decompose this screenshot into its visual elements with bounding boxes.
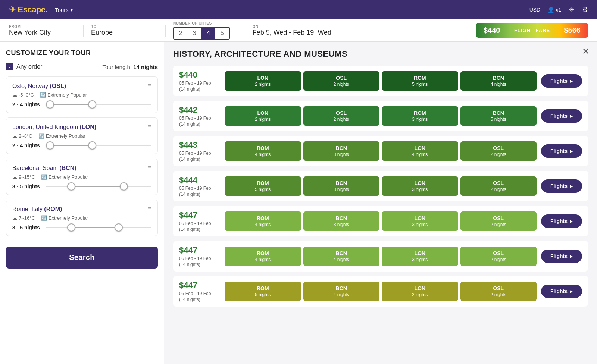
result-price-col: $440 05 Feb - 19 Feb (14 nights) xyxy=(179,70,220,92)
user-count[interactable]: 👤 x1 xyxy=(548,7,561,13)
right-panel: ✕ HISTORY, ARCHITECTURE AND MUSEUMS $440… xyxy=(164,42,597,364)
tag-nights: 5 nights xyxy=(385,82,455,87)
flights-button[interactable]: Flights xyxy=(541,74,582,88)
city-tag: ROM 4 nights xyxy=(225,211,301,231)
search-button[interactable]: Search xyxy=(6,247,158,269)
result-price: $442 xyxy=(179,105,220,115)
city-tag: ROM 5 nights xyxy=(225,282,301,301)
result-price: $443 xyxy=(179,140,220,150)
city-code: (LON) xyxy=(80,124,96,130)
result-price: $447 xyxy=(179,245,220,255)
slider-thumb-left[interactable] xyxy=(46,100,54,109)
tag-nights: 4 nights xyxy=(463,82,534,87)
currency-selector[interactable]: USD xyxy=(529,7,541,13)
fire-icon: 🔄 xyxy=(38,133,44,139)
tag-nights: 3 nights xyxy=(385,117,455,122)
panel-header: CUSTOMIZE YOUR TOUR xyxy=(6,49,158,57)
nights-slider[interactable] xyxy=(46,227,151,228)
result-row: $447 05 Feb - 19 Feb (14 nights) ROM 4 n… xyxy=(173,241,588,272)
nav-left: ✈ Escape. Tours ▾ xyxy=(9,5,73,15)
slider-thumb-right[interactable] xyxy=(115,223,123,232)
result-duration: (14 nights) xyxy=(179,157,220,162)
result-duration: (14 nights) xyxy=(179,297,220,302)
city-tag: BCN 4 nights xyxy=(460,71,537,91)
drag-handle-icon[interactable]: ≡ xyxy=(147,82,151,90)
nights-slider[interactable] xyxy=(46,186,151,187)
tag-code: ROM xyxy=(228,215,298,221)
city-tag: LON 4 nights xyxy=(382,141,458,161)
fare-label: FLIGHT FARE xyxy=(506,28,558,33)
city-tag: OSL 2 nights xyxy=(460,247,537,266)
nav-right: USD 👤 x1 ☀ ⚙ xyxy=(529,6,588,14)
slider-thumb-right[interactable] xyxy=(88,100,96,109)
slider-thumb-left[interactable] xyxy=(46,141,54,150)
tag-code: LON xyxy=(228,75,298,81)
cities-selector[interactable]: 2 3 4 5 xyxy=(173,27,230,40)
drag-handle-icon[interactable]: ≡ xyxy=(147,205,151,213)
city-tag: LON 2 nights xyxy=(225,71,301,91)
city-tag: BCN 4 nights xyxy=(303,282,380,301)
slider-thumb-left[interactable] xyxy=(67,182,75,191)
result-price-col: $443 05 Feb - 19 Feb (14 nights) xyxy=(179,140,220,162)
main-content: CUSTOMIZE YOUR TOUR Any order Tour lengt… xyxy=(0,42,597,364)
nights-row: 2 - 4 nights xyxy=(12,142,151,148)
result-duration: (14 nights) xyxy=(179,192,220,197)
cloud-icon: ☁ xyxy=(12,174,17,180)
result-dates: 05 Feb - 19 Feb xyxy=(179,116,220,121)
any-order-checkbox[interactable] xyxy=(6,63,13,70)
city-tag: OSL 2 nights xyxy=(460,141,537,161)
city-code: (BCN) xyxy=(59,165,76,171)
flights-button[interactable]: Flights xyxy=(541,250,582,263)
city-card-osl: Oslo, Norway (OSL) ≡ ☁ -5~0°C 🔄 Extremel… xyxy=(6,76,158,113)
from-value: New York City xyxy=(9,29,76,37)
slider-thumb-right[interactable] xyxy=(88,141,96,150)
cities-option-4[interactable]: 4 xyxy=(201,28,215,39)
nights-slider[interactable] xyxy=(46,145,151,146)
flights-button[interactable]: Flights xyxy=(541,179,582,193)
tag-nights: 2 nights xyxy=(463,222,534,227)
result-dates: 05 Feb - 19 Feb xyxy=(179,221,220,226)
flights-button[interactable]: Flights xyxy=(541,144,582,158)
date-field[interactable]: ON Feb 5, Wed - Feb 19, Wed xyxy=(253,25,339,37)
drag-handle-icon[interactable]: ≡ xyxy=(147,123,151,131)
fare-min: $440 xyxy=(484,26,500,35)
close-button[interactable]: ✕ xyxy=(582,46,590,57)
popularity: 🔄 Extremely Popular xyxy=(40,92,87,98)
tag-code: ROM xyxy=(385,110,455,116)
results-container: $440 05 Feb - 19 Feb (14 nights) LON 2 n… xyxy=(173,66,588,307)
nights-label: 2 - 4 nights xyxy=(12,101,40,107)
result-duration: (14 nights) xyxy=(179,227,220,232)
cities-option-5[interactable]: 5 xyxy=(215,28,229,39)
slider-thumb-left[interactable] xyxy=(67,223,75,232)
tours-chevron-icon: ▾ xyxy=(70,6,73,13)
slider-thumb-right[interactable] xyxy=(120,182,128,191)
flights-button[interactable]: Flights xyxy=(541,109,582,123)
result-dates: 05 Feb - 19 Feb xyxy=(179,291,220,296)
cities-option-2[interactable]: 2 xyxy=(174,28,188,39)
settings-icon[interactable]: ⚙ xyxy=(582,6,588,14)
city-meta: ☁ -5~0°C 🔄 Extremely Popular xyxy=(12,92,151,98)
city-tag: OSL 2 nights xyxy=(303,71,380,91)
logo-text: Escape. xyxy=(18,5,48,15)
tag-code: OSL xyxy=(306,110,377,116)
brightness-icon[interactable]: ☀ xyxy=(569,6,575,14)
flights-button[interactable]: Flights xyxy=(541,285,582,298)
city-meta: ☁ 9~15°C 🔄 Extremely Popular xyxy=(12,174,151,180)
logo[interactable]: ✈ Escape. xyxy=(9,5,47,15)
city-tag: LON 3 nights xyxy=(382,247,458,266)
city-name: London, United Kingdom (LON) xyxy=(12,124,96,131)
from-field[interactable]: FROM New York City xyxy=(9,25,84,37)
tag-code: OSL xyxy=(463,250,534,256)
tours-menu[interactable]: Tours ▾ xyxy=(55,6,73,13)
result-row: $440 05 Feb - 19 Feb (14 nights) LON 2 n… xyxy=(173,66,588,96)
flights-button[interactable]: Flights xyxy=(541,214,582,228)
cities-option-3[interactable]: 3 xyxy=(188,28,201,39)
nights-slider[interactable] xyxy=(46,104,151,105)
tag-nights: 3 nights xyxy=(306,152,377,157)
city-tag: ROM 4 nights xyxy=(225,141,301,161)
city-name: Rome, Italy (ROM) xyxy=(12,206,62,213)
result-price-col: $447 05 Feb - 19 Feb (14 nights) xyxy=(179,210,220,232)
drag-handle-icon[interactable]: ≡ xyxy=(147,164,151,172)
fare-max: $566 xyxy=(564,26,581,35)
to-field[interactable]: TO Europe xyxy=(91,25,166,37)
